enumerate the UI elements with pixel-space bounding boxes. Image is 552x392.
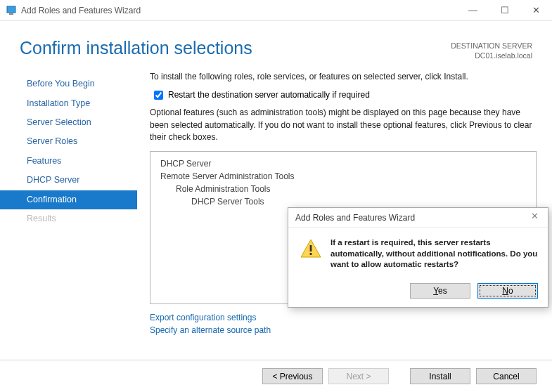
step-confirmation[interactable]: Confirmation [0,190,137,209]
close-button[interactable]: ✕ [520,0,552,21]
step-server-roles[interactable]: Server Roles [0,132,137,151]
titlebar: Add Roles and Features Wizard — ☐ ✕ [0,0,552,21]
destination-label: DESTINATION SERVER [451,41,532,51]
svg-rect-1 [9,13,13,15]
window-controls: — ☐ ✕ [457,0,552,21]
dialog-message: If a restart is required, this server re… [330,237,538,270]
restart-checkbox-row[interactable]: Restart the destination server automatic… [150,90,537,100]
export-config-link[interactable]: Export configuration settings [150,311,537,325]
wizard-steps: Before You Begin Installation Type Serve… [0,70,137,337]
server-manager-icon [6,5,17,16]
page-title: Confirm installation selections [20,38,451,58]
list-item: DHCP Server [158,157,529,170]
step-features[interactable]: Features [0,152,137,171]
optional-features-note: Optional features (such as administratio… [150,107,537,143]
destination-server-info: DESTINATION SERVER DC01.iselab.local [451,38,532,60]
no-button[interactable]: No [477,283,538,299]
restart-confirm-dialog: Add Roles and Features Wizard ✕ If a res… [288,207,548,308]
destination-server-name: DC01.iselab.local [451,51,532,60]
dialog-close-button[interactable]: ✕ [525,211,544,225]
svg-rect-3 [310,245,312,251]
alternate-source-link[interactable]: Specify an alternate source path [150,324,537,337]
svg-rect-4 [310,253,312,255]
minimize-button[interactable]: — [457,0,489,21]
restart-checkbox-label: Restart the destination server automatic… [168,90,370,100]
warning-icon [300,237,322,260]
window-title: Add Roles and Features Wizard [21,6,457,15]
dialog-title: Add Roles and Features Wizard [295,213,525,223]
dialog-buttons: Yes No [288,275,548,307]
dialog-titlebar: Add Roles and Features Wizard ✕ [288,208,548,228]
next-button: Next > [328,368,389,384]
list-item: DHCP Server Tools [158,195,529,208]
svg-rect-0 [7,6,15,13]
step-before-you-begin[interactable]: Before You Begin [0,74,137,93]
intro-text: To install the following roles, role ser… [150,72,537,81]
list-item: Remote Server Administration Tools [158,170,529,183]
previous-button[interactable]: < Previous [262,368,323,384]
wizard-footer: < Previous Next > Install Cancel [0,360,552,392]
list-item: Role Administration Tools [158,183,529,195]
step-server-selection[interactable]: Server Selection [0,113,137,132]
restart-checkbox[interactable] [154,91,163,100]
cancel-button[interactable]: Cancel [476,368,537,384]
step-dhcp-server[interactable]: DHCP Server [0,171,137,190]
yes-button[interactable]: Yes [410,283,470,299]
install-button[interactable]: Install [410,368,470,384]
maximize-button[interactable]: ☐ [489,0,520,21]
step-results: Results [0,209,137,228]
step-installation-type[interactable]: Installation Type [0,94,137,113]
config-links: Export configuration settings Specify an… [150,311,537,337]
page-header: Confirm installation selections DESTINAT… [0,21,552,65]
